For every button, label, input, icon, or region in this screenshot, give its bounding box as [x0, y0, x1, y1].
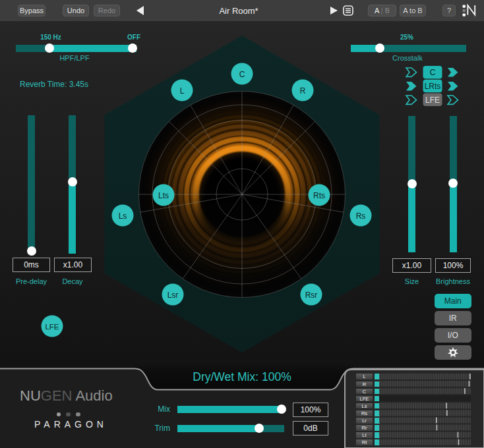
svg-text:Lsr: Lsr	[167, 291, 179, 300]
svg-text:LFE: LFE	[45, 323, 59, 331]
svg-text:Lts: Lts	[158, 191, 169, 200]
svg-text:LFE: LFE	[425, 96, 440, 105]
svg-text:Rts: Rts	[313, 191, 325, 200]
svg-text:L: L	[180, 86, 185, 96]
svg-text:Rsr: Rsr	[305, 291, 318, 300]
svg-text:Rs: Rs	[356, 211, 366, 221]
svg-text:LRts: LRts	[425, 82, 441, 91]
svg-text:Ls: Ls	[119, 211, 127, 221]
svg-text:C: C	[430, 68, 436, 77]
svg-text:C: C	[239, 70, 245, 79]
svg-text:R: R	[300, 86, 306, 96]
